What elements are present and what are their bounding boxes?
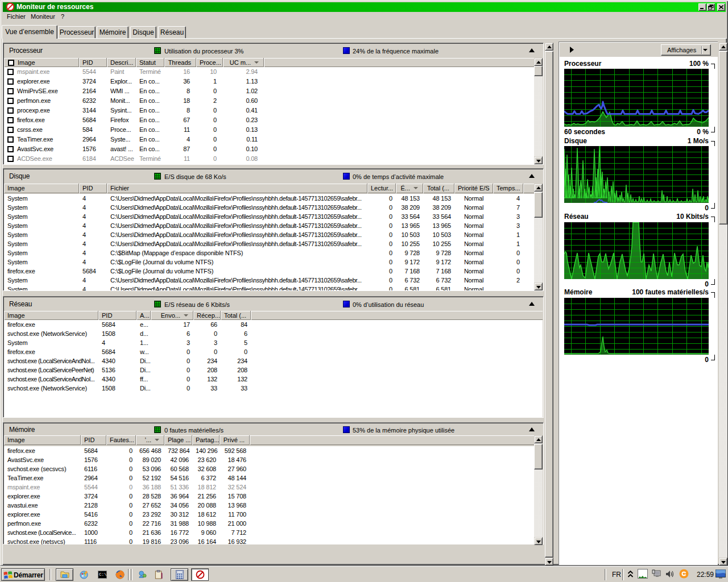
svg-text:C:\: C:\	[99, 572, 107, 577]
